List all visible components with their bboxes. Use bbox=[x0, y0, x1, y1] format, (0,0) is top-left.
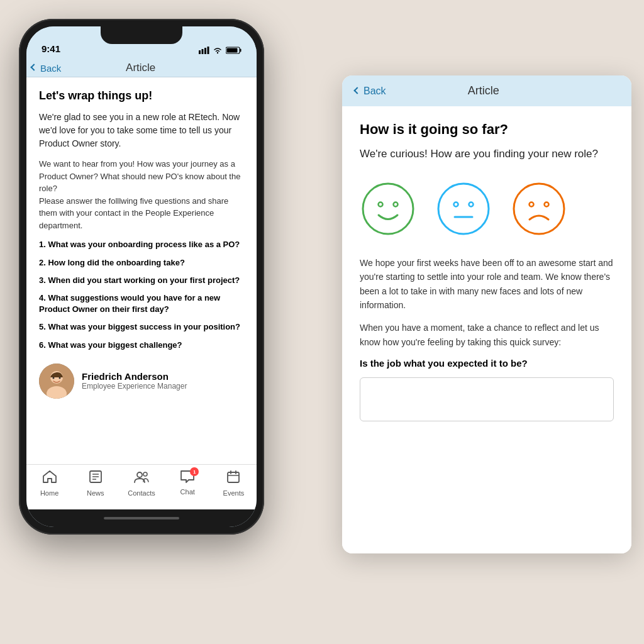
card-frame: Back Article How is it going so far? We'… bbox=[342, 75, 631, 553]
svg-point-25 bbox=[394, 202, 398, 206]
card-article-content: How is it going so far? We're curious! H… bbox=[342, 106, 631, 553]
svg-rect-0 bbox=[199, 50, 201, 54]
back-label: Back bbox=[40, 63, 61, 74]
card-body-text-2: When you have a moment, take a chance to… bbox=[360, 321, 614, 349]
svg-point-18 bbox=[143, 472, 147, 476]
author-row: Friedrich Anderson Employee Experience M… bbox=[39, 358, 244, 399]
emoji-faces-row bbox=[360, 170, 614, 247]
svg-point-12 bbox=[59, 377, 61, 379]
question-3: 3. When did you start working on your fi… bbox=[39, 275, 244, 286]
article-questions: 1. What was your onboarding process like… bbox=[39, 239, 244, 350]
status-icons bbox=[199, 47, 242, 54]
tab-home-label: Home bbox=[40, 489, 58, 497]
svg-point-4 bbox=[217, 52, 218, 53]
phone-article-content: Let's wrap things up! We're glad to see … bbox=[26, 77, 257, 464]
tab-events[interactable]: Events bbox=[211, 470, 257, 497]
phone-tabbar: Home News Contacts bbox=[26, 464, 257, 509]
wifi-icon bbox=[213, 47, 223, 54]
happy-face-icon[interactable] bbox=[360, 180, 416, 237]
article-body: We want to hear from you! How was your j… bbox=[39, 158, 244, 231]
svg-point-31 bbox=[530, 202, 534, 206]
tab-chat-label: Chat bbox=[180, 488, 195, 496]
card-survey-label: Is the job what you expected it to be? bbox=[360, 358, 614, 369]
svg-rect-3 bbox=[208, 47, 209, 54]
status-time: 9:41 bbox=[42, 43, 60, 54]
phone-notch bbox=[101, 26, 182, 44]
svg-rect-7 bbox=[227, 48, 238, 53]
card-device: Back Article How is it going so far? We'… bbox=[342, 75, 631, 553]
signal-icon bbox=[199, 47, 209, 54]
chat-icon-wrap: 1 bbox=[180, 470, 195, 486]
card-back-button[interactable]: Back bbox=[355, 86, 386, 97]
home-bar bbox=[104, 517, 179, 519]
status-bar: 9:41 bbox=[26, 26, 257, 58]
events-icon bbox=[226, 470, 240, 487]
question-5: 5. What was your biggest success in your… bbox=[39, 321, 244, 333]
card-body-text-1: We hope your first weeks have been off t… bbox=[360, 256, 614, 313]
phone-nav-bar: Back Article bbox=[26, 58, 257, 77]
svg-point-23 bbox=[363, 184, 413, 234]
svg-rect-1 bbox=[202, 49, 204, 54]
card-article-subtitle: We're curious! How are you finding your … bbox=[360, 147, 614, 162]
phone-screen: 9:41 bbox=[26, 26, 257, 527]
svg-point-30 bbox=[514, 184, 564, 234]
question-2: 2. How long did the onboarding take? bbox=[39, 257, 244, 269]
phone-frame: 9:41 bbox=[19, 19, 264, 535]
tab-chat[interactable]: 1 Chat bbox=[165, 470, 211, 497]
phone-device: 9:41 bbox=[19, 19, 264, 535]
contacts-icon bbox=[133, 470, 150, 487]
article-intro: We're glad to see you in a new role at R… bbox=[39, 111, 244, 150]
news-icon bbox=[89, 470, 103, 487]
tab-events-label: Events bbox=[223, 489, 245, 497]
tab-news-label: News bbox=[87, 489, 104, 497]
svg-point-27 bbox=[454, 202, 458, 206]
chevron-left-icon bbox=[30, 64, 37, 70]
author-job-title: Employee Experience Manager bbox=[82, 382, 187, 391]
neutral-face-icon[interactable] bbox=[435, 180, 492, 237]
article-title: Let's wrap things up! bbox=[39, 89, 244, 103]
svg-point-11 bbox=[53, 377, 55, 379]
home-indicator bbox=[26, 509, 257, 527]
battery-icon bbox=[226, 47, 242, 54]
svg-rect-6 bbox=[240, 49, 242, 52]
card-chevron-left-icon bbox=[353, 87, 360, 94]
svg-point-32 bbox=[545, 202, 549, 206]
author-name: Friedrich Anderson bbox=[82, 371, 187, 382]
chat-badge: 1 bbox=[190, 467, 199, 476]
svg-point-24 bbox=[379, 202, 383, 206]
question-4: 4. What suggestions would you have for a… bbox=[39, 292, 244, 315]
svg-point-28 bbox=[469, 202, 474, 206]
tab-contacts[interactable]: Contacts bbox=[118, 470, 164, 497]
tab-contacts-label: Contacts bbox=[128, 489, 155, 497]
home-icon bbox=[42, 470, 57, 487]
svg-point-17 bbox=[137, 472, 142, 477]
nav-title: Article bbox=[61, 62, 220, 74]
back-button[interactable]: Back bbox=[31, 63, 61, 74]
author-avatar bbox=[39, 364, 74, 399]
survey-input-box[interactable] bbox=[360, 377, 614, 421]
svg-point-26 bbox=[438, 184, 489, 234]
question-1: 1. What was your onboarding process like… bbox=[39, 239, 244, 250]
svg-rect-19 bbox=[228, 472, 239, 482]
svg-rect-2 bbox=[204, 48, 206, 54]
card-back-label: Back bbox=[364, 86, 386, 97]
tab-home[interactable]: Home bbox=[26, 470, 72, 497]
card-nav-title: Article bbox=[386, 84, 581, 97]
card-article-title: How is it going so far? bbox=[360, 121, 614, 138]
tab-news[interactable]: News bbox=[72, 470, 118, 497]
card-nav-bar: Back Article bbox=[342, 75, 631, 106]
author-info: Friedrich Anderson Employee Experience M… bbox=[82, 371, 187, 391]
sad-face-icon[interactable] bbox=[511, 180, 567, 237]
question-6: 6. What was your biggest challenge? bbox=[39, 340, 244, 351]
